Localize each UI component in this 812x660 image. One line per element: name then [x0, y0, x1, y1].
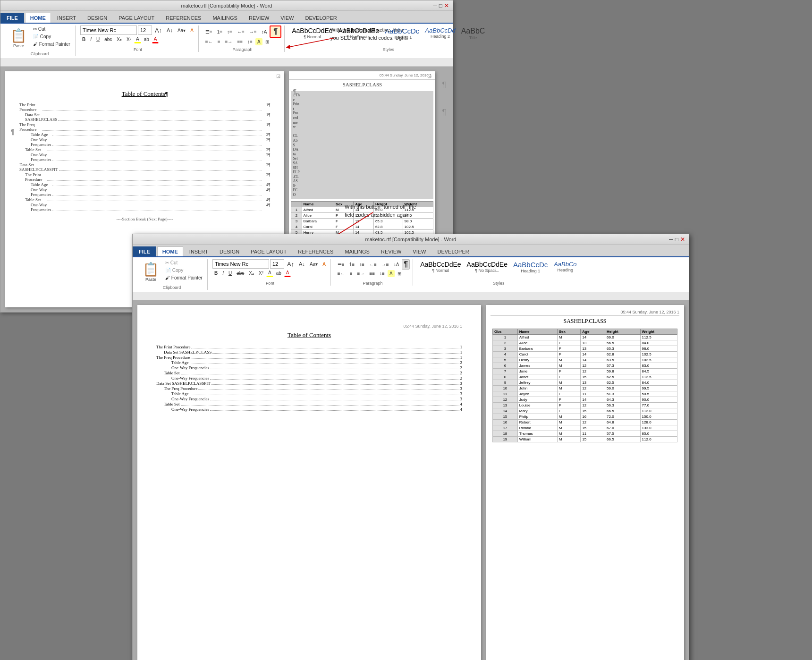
tab-design-bottom[interactable]: DESIGN [214, 246, 245, 256]
bold-top[interactable]: B [80, 36, 87, 43]
style-heading2-top[interactable]: AaBbCcDd Heading 2 [423, 25, 457, 42]
close-btn[interactable]: ✕ [444, 2, 449, 9]
tab-references-bottom[interactable]: REFERENCES [293, 246, 338, 256]
font-shrink-bottom[interactable]: A↓ [297, 260, 307, 268]
tab-insert-bottom[interactable]: INSERT [184, 246, 213, 256]
bold-bottom[interactable]: B [212, 270, 220, 277]
decrease-indent-bottom[interactable]: ←≡ [367, 261, 379, 268]
font-shrink-top[interactable]: A↓ [165, 26, 175, 34]
align-left-top[interactable]: ≡← [203, 38, 215, 45]
numbering-top[interactable]: 1≡ [215, 28, 224, 35]
tab-view-bottom[interactable]: VIEW [407, 246, 431, 256]
tab-developer-bottom[interactable]: DEVELOPER [432, 246, 474, 256]
format-painter-button-bottom[interactable]: 🖌 Format Painter [163, 274, 204, 281]
tab-home-top[interactable]: HOME [25, 13, 51, 23]
cut-button-top[interactable]: ✂ Cut [31, 25, 72, 33]
tab-page-layout-bottom[interactable]: PAGE LAYOUT [245, 246, 292, 256]
paste-button-top[interactable]: 📋 Paste [7, 25, 30, 51]
numbering-bottom[interactable]: 1≡ [347, 261, 356, 268]
show-formatting-bottom[interactable]: ¶ [402, 259, 410, 270]
text-color-top[interactable]: A [134, 35, 141, 43]
tab-page-layout-top[interactable]: PAGE LAYOUT [113, 13, 160, 23]
style-heading1-bottom[interactable]: AaBbCcDc Heading 1 [511, 259, 550, 275]
underline-top[interactable]: U [94, 36, 102, 43]
subscript-bottom[interactable]: X₂ [247, 270, 256, 277]
bullets-top[interactable]: ☰≡ [203, 28, 214, 35]
maximize-btn[interactable]: □ [439, 2, 442, 9]
style-normal-top[interactable]: AaBbCcDdEe ¶ Normal [289, 25, 335, 42]
borders-top[interactable]: ⊞ [263, 38, 271, 45]
copy-button-top[interactable]: 📄 Copy [31, 33, 72, 40]
italic-top[interactable]: I [88, 36, 93, 43]
font-color-bottom[interactable]: A [284, 269, 291, 277]
text-color-bottom[interactable]: A [266, 269, 273, 277]
tab-developer-top[interactable]: DEVELOPER [300, 13, 342, 23]
font-selector-bottom[interactable]: Times New Rc [212, 259, 269, 269]
increase-indent-bottom[interactable]: →≡ [380, 261, 391, 268]
font-size-bottom[interactable]: 12 [270, 259, 284, 269]
tab-mailings-top[interactable]: MAILINGS [207, 13, 243, 23]
tab-file-top[interactable]: FILE [0, 13, 24, 23]
text-effects-bottom[interactable]: A [321, 261, 328, 268]
font-color-top[interactable]: A [152, 35, 159, 43]
superscript-top[interactable]: X² [125, 36, 133, 43]
line-spacing-top[interactable]: ↕≡ [245, 38, 254, 45]
style-no-spacing-bottom[interactable]: AaBbCcDdEe ¶ No Spaci... [465, 259, 510, 275]
sort-top[interactable]: ↕A [260, 28, 269, 35]
font-grow-top[interactable]: A↑ [153, 26, 164, 35]
style-normal-bottom[interactable]: AaBbCcDdEe ¶ Normal [418, 259, 463, 275]
align-center-top[interactable]: ≡ [216, 38, 222, 45]
justify-top[interactable]: ≡≡ [235, 38, 245, 45]
shading-top[interactable]: A [255, 38, 262, 45]
format-painter-button-top[interactable]: 🖌 Format Painter [31, 41, 72, 48]
increase-indent-top[interactable]: →≡ [247, 28, 259, 35]
font-selector-top[interactable]: Times New Rc [80, 25, 137, 35]
style-title-top[interactable]: AaBbC Title [459, 25, 488, 42]
decrease-indent-top[interactable]: ←≡ [235, 28, 246, 35]
align-right-bottom[interactable]: ≡→ [355, 270, 367, 277]
text-effects-top[interactable]: A [188, 27, 195, 34]
style-heading2-bottom[interactable]: AaBbCo Heading [551, 259, 579, 275]
close-btn-b[interactable]: ✕ [680, 236, 685, 243]
tab-file-bottom[interactable]: FILE [133, 246, 156, 256]
change-case-bottom[interactable]: Aa▾ [308, 261, 320, 268]
italic-bottom[interactable]: I [220, 270, 226, 277]
multilevel-top[interactable]: ↕≡ [225, 28, 234, 35]
underline-bottom[interactable]: U [227, 270, 234, 277]
paste-button-bottom[interactable]: 📋 Paste [139, 259, 162, 284]
shading-bottom[interactable]: A [388, 270, 395, 277]
tab-review-bottom[interactable]: REVIEW [376, 246, 406, 256]
align-right-top[interactable]: ≡→ [223, 38, 235, 45]
strikethrough-top[interactable]: abc [102, 36, 114, 43]
tab-references-top[interactable]: REFERENCES [161, 13, 206, 23]
tab-review-top[interactable]: REVIEW [244, 13, 274, 23]
highlight-top[interactable]: ab [142, 36, 151, 43]
tab-home-bottom[interactable]: HOME [157, 246, 183, 256]
tab-mailings-bottom[interactable]: MAILINGS [339, 246, 375, 256]
copy-button-bottom[interactable]: 📄 Copy [163, 267, 204, 274]
maximize-btn-b[interactable]: □ [675, 236, 678, 243]
bullets-bottom[interactable]: ☰≡ [336, 261, 347, 268]
tab-view-top[interactable]: VIEW [275, 13, 299, 23]
strikethrough-bottom[interactable]: abc [235, 270, 246, 277]
multilevel-bottom[interactable]: ↕≡ [357, 261, 366, 268]
justify-bottom[interactable]: ≡≡ [367, 270, 377, 277]
tab-design-top[interactable]: DESIGN [82, 13, 112, 23]
borders-bottom[interactable]: ⊞ [396, 270, 403, 277]
superscript-bottom[interactable]: X² [257, 270, 265, 277]
tab-insert-top[interactable]: INSERT [52, 13, 81, 23]
font-grow-bottom[interactable]: A↑ [285, 260, 296, 269]
toc-entry-4: Table Age 2¶ [19, 132, 270, 137]
show-formatting-top[interactable]: ¶ [270, 25, 281, 38]
subscript-top[interactable]: X₂ [115, 36, 124, 43]
align-left-bottom[interactable]: ≡← [336, 270, 347, 277]
change-case-top[interactable]: Aa▾ [176, 27, 187, 34]
minimize-btn-b[interactable]: ─ [669, 236, 673, 243]
align-center-bottom[interactable]: ≡ [348, 270, 355, 277]
line-spacing-bottom[interactable]: ↕≡ [378, 270, 387, 277]
highlight-bottom[interactable]: ab [274, 270, 283, 277]
sort-bottom[interactable]: ↕A [392, 261, 401, 268]
cut-button-bottom[interactable]: ✂ Cut [163, 259, 204, 266]
minimize-btn[interactable]: ─ [433, 2, 437, 9]
font-size-top[interactable]: 12 [138, 25, 152, 35]
